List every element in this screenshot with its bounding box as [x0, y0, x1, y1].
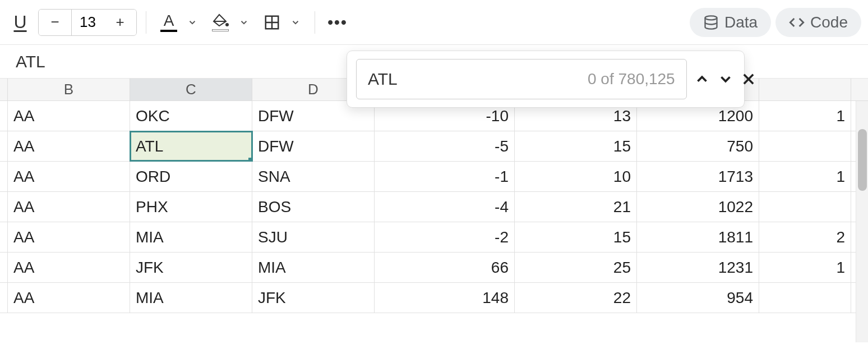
- separator: [315, 11, 315, 34]
- cell[interactable]: SJU: [252, 222, 375, 252]
- cell[interactable]: 954: [637, 283, 759, 313]
- code-button-label: Code: [810, 13, 848, 31]
- vertical-scrollbar[interactable]: [856, 101, 868, 342]
- corner-cell[interactable]: [0, 79, 8, 100]
- database-icon: [703, 15, 719, 30]
- cell[interactable]: PHX: [130, 192, 252, 222]
- cell[interactable]: MIA: [130, 222, 252, 252]
- fill-color-dropdown[interactable]: [234, 9, 254, 36]
- close-icon: [741, 71, 756, 87]
- cell[interactable]: [759, 283, 851, 313]
- cell[interactable]: OKC: [130, 101, 252, 131]
- find-input-wrap: 0 of 780,125: [356, 59, 687, 99]
- formula-bar-content: ATL: [16, 52, 45, 71]
- spreadsheet-grid: B C D AAOKCDFW-101312001AAATLDFW-515750A…: [0, 79, 868, 313]
- fill-color-group: [207, 9, 254, 36]
- cell[interactable]: 1: [759, 162, 851, 191]
- cell[interactable]: DFW: [252, 131, 375, 161]
- font-size-input[interactable]: [71, 10, 104, 35]
- cell[interactable]: AA: [8, 283, 130, 313]
- font-size-group: − +: [38, 9, 137, 36]
- find-result-count: 0 of 780,125: [588, 70, 675, 88]
- scrollbar-thumb[interactable]: [858, 129, 867, 191]
- cell[interactable]: AA: [8, 162, 130, 191]
- borders-group: [258, 9, 306, 36]
- chevron-up-icon: [694, 71, 710, 88]
- cell[interactable]: AA: [8, 253, 130, 282]
- cell[interactable]: [759, 192, 851, 222]
- cell[interactable]: 15: [515, 222, 637, 252]
- find-input[interactable]: [368, 70, 581, 89]
- cell[interactable]: ATL: [130, 131, 252, 161]
- cell[interactable]: -2: [375, 222, 515, 252]
- svg-point-0: [225, 23, 229, 26]
- cell[interactable]: 22: [515, 283, 637, 313]
- cell[interactable]: JFK: [130, 253, 252, 282]
- text-color-dropdown[interactable]: [182, 9, 202, 36]
- cell[interactable]: 1231: [637, 253, 759, 282]
- cell[interactable]: BOS: [252, 192, 375, 222]
- borders-dropdown[interactable]: [285, 9, 306, 36]
- cell[interactable]: 10: [515, 162, 637, 191]
- find-next-button[interactable]: [717, 65, 734, 93]
- fill-color-button[interactable]: [207, 9, 234, 36]
- cell[interactable]: AA: [8, 192, 130, 222]
- code-button[interactable]: Code: [775, 8, 861, 37]
- cell[interactable]: -5: [375, 131, 515, 161]
- cell[interactable]: 1022: [637, 192, 759, 222]
- table-row: AAJFKMIA662512311: [0, 253, 868, 283]
- table-row: AAMIASJU-21518112: [0, 222, 868, 253]
- cell[interactable]: 1: [759, 253, 851, 282]
- cell[interactable]: 148: [375, 283, 515, 313]
- cell[interactable]: JFK: [252, 283, 375, 313]
- underline-button[interactable]: U: [7, 9, 34, 36]
- svg-point-4: [705, 16, 717, 20]
- table-row: AAORDSNA-11017131: [0, 162, 868, 192]
- table-row: AAATLDFW-515750: [0, 131, 868, 162]
- cell[interactable]: ORD: [130, 162, 252, 191]
- table-row: AAMIAJFK14822954: [0, 283, 868, 313]
- find-prev-button[interactable]: [694, 65, 710, 93]
- data-button[interactable]: Data: [690, 8, 771, 37]
- borders-button[interactable]: [258, 9, 285, 36]
- cell[interactable]: 1: [759, 101, 851, 131]
- column-header-C[interactable]: C: [130, 79, 252, 100]
- more-menu-button[interactable]: •••: [324, 9, 351, 36]
- cell[interactable]: 25: [515, 253, 637, 282]
- data-button-label: Data: [724, 13, 758, 31]
- cell[interactable]: 1811: [637, 222, 759, 252]
- font-size-increase-button[interactable]: +: [104, 10, 136, 35]
- cell[interactable]: [759, 131, 851, 161]
- separator: [146, 11, 146, 34]
- cell[interactable]: MIA: [130, 283, 252, 313]
- cell[interactable]: 750: [637, 131, 759, 161]
- chevron-down-icon: [717, 71, 734, 88]
- find-close-button[interactable]: [741, 65, 756, 93]
- cell[interactable]: 21: [515, 192, 637, 222]
- text-color-group: A: [155, 9, 202, 36]
- cell[interactable]: MIA: [252, 253, 375, 282]
- cell[interactable]: AA: [8, 222, 130, 252]
- cell[interactable]: 2: [759, 222, 851, 252]
- toolbar: U − + A: [0, 0, 868, 45]
- font-size-decrease-button[interactable]: −: [39, 10, 71, 35]
- find-panel: 0 of 780,125: [347, 51, 745, 108]
- cell[interactable]: 15: [515, 131, 637, 161]
- cell[interactable]: AA: [8, 101, 130, 131]
- cell[interactable]: AA: [8, 131, 130, 161]
- column-header-H[interactable]: [759, 79, 851, 100]
- fill-handle[interactable]: [248, 158, 252, 161]
- text-color-button[interactable]: A: [155, 9, 182, 36]
- table-row: AAPHXBOS-4211022: [0, 192, 868, 222]
- column-header-B[interactable]: B: [8, 79, 130, 100]
- cell[interactable]: 66: [375, 253, 515, 282]
- code-icon: [789, 15, 805, 30]
- cell[interactable]: -1: [375, 162, 515, 191]
- cell[interactable]: SNA: [252, 162, 375, 191]
- cell[interactable]: 1713: [637, 162, 759, 191]
- cell[interactable]: -4: [375, 192, 515, 222]
